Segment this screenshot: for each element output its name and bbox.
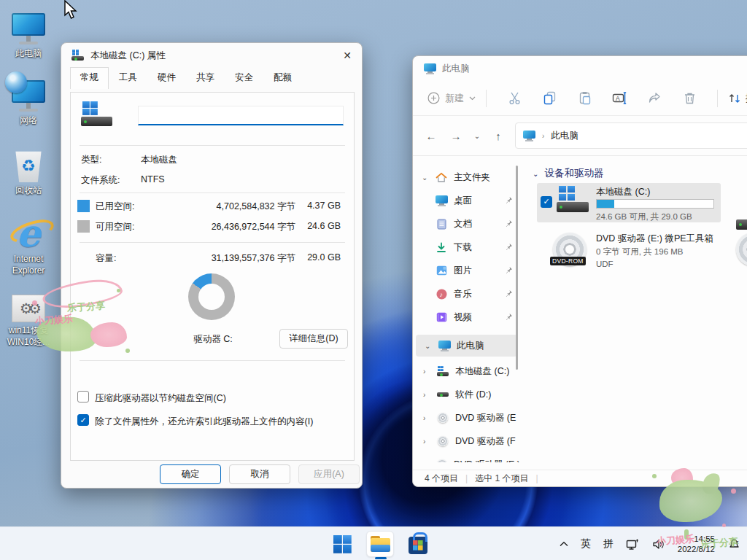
system-tray: 英 拼 14:55 2022/8/12 z	[560, 527, 741, 560]
free-space-label: 可用空间:	[96, 221, 134, 233]
sidebar-item-downloads[interactable]: 下载	[413, 236, 520, 259]
sidebar-item-documents[interactable]: 文档	[413, 212, 520, 236]
desktop-icon-label: win11恢复	[1, 324, 55, 336]
type-label: 类型:	[81, 154, 101, 166]
tab-security[interactable]: 安全	[225, 67, 263, 88]
desktop-icon-this-pc[interactable]: 此电脑	[1, 7, 55, 59]
details-button[interactable]: 详细信息(D)	[279, 329, 348, 349]
item-count: 4 个项目	[425, 472, 458, 485]
compress-checkbox[interactable]	[77, 391, 89, 402]
close-icon[interactable]: ✕	[330, 50, 352, 61]
used-space-size: 4.37 GB	[297, 201, 341, 211]
desktop-icon-label: Explorer	[1, 265, 55, 276]
expand-chevron[interactable]: ›	[423, 368, 436, 376]
compress-checkbox-label: 压缩此驱动器以节约磁盘空间(C)	[95, 392, 226, 405]
recent-locations-chevron[interactable]: ⌄	[468, 132, 486, 140]
selected-count: 选中 1 个项目	[475, 472, 528, 485]
collapse-chevron-icon: ⌄	[533, 170, 538, 178]
drive-d-icon	[437, 392, 449, 397]
dialog-tabs: 常规 工具 硬件 共享 安全 配额	[61, 68, 362, 88]
dvd-disc-icon-partial[interactable]	[736, 233, 747, 266]
drive-icon	[71, 50, 85, 61]
tab-tools[interactable]: 工具	[109, 67, 147, 88]
sidebar-scrollbar[interactable]	[516, 166, 518, 370]
ok-button[interactable]: 确定	[160, 464, 221, 484]
selection-checkbox[interactable]: ✓	[541, 196, 552, 208]
sort-icon	[728, 93, 741, 104]
sidebar-item-drive-d[interactable]: › 软件 (D:)	[413, 383, 520, 406]
sidebar-item-videos[interactable]: 视频	[413, 306, 520, 329]
expand-chevron[interactable]: ›	[423, 414, 436, 422]
network-icon[interactable]	[626, 538, 640, 551]
tab-hardware[interactable]: 硬件	[147, 67, 186, 88]
sidebar-item-this-pc[interactable]: ⌄ 此电脑	[416, 335, 517, 357]
sidebar-item-dvd-f[interactable]: › DVD 驱动器 (F	[413, 429, 520, 453]
tab-general[interactable]: 常规	[70, 67, 109, 89]
sidebar-item-dvd-e[interactable]: › DVD 驱动器 (E	[413, 406, 520, 429]
desktop-icon-label: 网络	[1, 114, 55, 126]
expand-chevron[interactable]: ›	[423, 391, 436, 399]
desktop-icon-internet-explorer[interactable]: e Internet Explorer	[1, 209, 55, 276]
drive-name: DVD 驱动器 (E:) 微PE工具箱	[596, 233, 713, 245]
sort-button[interactable]: 排序	[728, 92, 747, 105]
capacity-label: 容量:	[96, 252, 116, 265]
sidebar-item-drive-c[interactable]: › 本地磁盘 (C:)	[413, 359, 520, 383]
desktop-icon-network[interactable]: 网络	[1, 74, 55, 126]
start-button[interactable]	[328, 531, 356, 557]
copy-icon	[543, 91, 557, 105]
drive-info: 24.6 GB 可用, 共 29.0 GB	[596, 211, 692, 222]
taskbar-microsoft-store[interactable]	[404, 531, 432, 557]
drive-item-dvd-e[interactable]: DVD-ROM DVD 驱动器 (E:) 微PE工具箱 0 字节 可用, 共 1…	[537, 231, 727, 275]
sidebar-item-pictures[interactable]: 图片	[413, 259, 520, 282]
back-button[interactable]: ←	[419, 130, 444, 142]
free-space-bytes: 26,436,972,544 字节	[180, 221, 295, 233]
sidebar-item-home[interactable]: ⌄ 主文件夹	[413, 166, 520, 189]
clock[interactable]: 14:55 2022/8/12	[678, 534, 715, 554]
dialog-titlebar[interactable]: 本地磁盘 (C:) 属性 ✕	[61, 43, 362, 68]
volume-icon[interactable]	[652, 539, 665, 550]
usage-bar-fill	[597, 200, 614, 208]
pin-icon	[505, 266, 513, 274]
drive-d-icon-partial[interactable]	[736, 189, 747, 222]
explorer-titlebar[interactable]: 此电脑	[413, 56, 747, 81]
rename-icon: A	[612, 91, 627, 105]
paste-button[interactable]	[567, 91, 602, 105]
desktop-icon-label: 此电脑	[1, 47, 55, 59]
plus-circle-icon	[427, 92, 440, 104]
address-bar[interactable]: › 此电脑	[515, 122, 747, 149]
pin-icon	[505, 243, 513, 251]
drive-c-icon	[557, 186, 590, 219]
volume-label-input[interactable]	[138, 106, 344, 125]
capacity-size: 29.0 GB	[297, 252, 341, 262]
apply-button[interactable]: 应用(A)	[298, 464, 360, 484]
cut-button[interactable]	[497, 91, 532, 105]
expand-chevron[interactable]: ›	[423, 438, 436, 446]
drive-item-c[interactable]: ✓ 本地磁盘 (C:) 24.6 GB 可用, 共 29.0 GB	[537, 183, 721, 222]
new-button[interactable]: 新建	[427, 92, 476, 105]
copy-button[interactable]	[532, 91, 567, 105]
forward-button[interactable]: →	[444, 130, 468, 142]
hidden-icons-chevron[interactable]	[560, 541, 568, 547]
section-devices-and-drives[interactable]: ⌄ 设备和驱动器	[533, 167, 747, 180]
internet-explorer-icon: e	[16, 216, 40, 251]
taskbar-file-explorer[interactable]	[366, 531, 394, 557]
delete-button[interactable]	[672, 91, 707, 105]
share-button[interactable]	[637, 91, 672, 105]
ime-mode-indicator[interactable]: 拼	[603, 537, 614, 551]
desktop-icon-win11-restore[interactable]: ⚙⚙ win11恢复 WIN10经...	[1, 290, 55, 348]
sidebar-item-desktop[interactable]: 桌面	[413, 189, 520, 212]
rename-button[interactable]: A	[602, 91, 637, 105]
tab-sharing[interactable]: 共享	[186, 67, 225, 88]
ime-language-indicator[interactable]: 英	[581, 537, 591, 551]
up-button[interactable]: ↑	[486, 130, 511, 142]
content-pane: ⌄ 设备和驱动器 ✓ 本地磁盘 (C:) 24.6 GB 可用, 共 29.0 …	[522, 157, 747, 470]
desktop-icon	[436, 195, 448, 206]
tab-quota[interactable]: 配额	[263, 67, 302, 88]
index-checkbox[interactable]: ✓	[77, 414, 89, 426]
desktop-icon-recycle-bin[interactable]: ♻ 回收站	[1, 144, 55, 196]
breadcrumb[interactable]: 此电脑	[551, 130, 578, 142]
recycle-bin-icon: ♻	[14, 150, 43, 182]
cancel-button[interactable]: 取消	[229, 464, 290, 484]
notification-bell-icon[interactable]: z	[727, 537, 741, 551]
sidebar-item-music[interactable]: ♪ 音乐	[413, 282, 520, 306]
